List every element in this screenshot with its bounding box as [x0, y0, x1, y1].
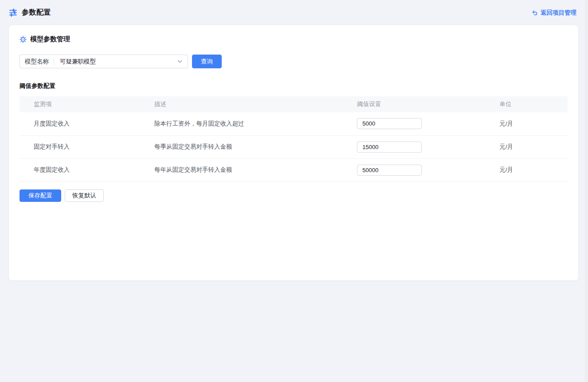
- query-button[interactable]: 查询: [192, 55, 222, 68]
- restore-default-button[interactable]: 恢复默认: [65, 189, 104, 202]
- description-cell: 除本行工资外，每月固定收入超过: [140, 112, 343, 135]
- gear-icon: [20, 36, 27, 43]
- threshold-table-header: 监测项 描述 阈值设置 单位: [20, 96, 568, 112]
- header-threshold-setting: 阈值设置: [343, 96, 485, 112]
- scrollbar-track[interactable]: [585, 0, 588, 382]
- header-monitor-item: 监测项: [20, 96, 140, 112]
- header-unit: 单位: [486, 96, 568, 112]
- back-to-project-link[interactable]: 返回项目管理: [532, 9, 576, 17]
- header-description: 描述: [140, 96, 343, 112]
- model-name-selected-value: 可疑兼职模型: [54, 58, 177, 66]
- page-title: 参数配置: [22, 8, 51, 17]
- threshold-input[interactable]: [357, 118, 422, 129]
- card-title: 模型参数管理: [30, 35, 70, 43]
- unit-cell: 元/月: [486, 135, 568, 158]
- chevron-down-icon: [177, 59, 188, 64]
- threshold-input[interactable]: [357, 165, 422, 176]
- table-row: 年度固定收入 每年从固定交易对手转入金额 元/月: [20, 158, 568, 181]
- unit-cell: 元/月: [486, 158, 568, 181]
- description-cell: 每年从固定交易对手转入金额: [140, 158, 343, 181]
- monitor-item-cell: 月度固定收入: [20, 112, 140, 135]
- threshold-table: 监测项 描述 阈值设置 单位 月度固定收入 除本行工资外，每月固定收入超过 元/…: [20, 96, 568, 182]
- actions-row: 保存配置 恢复默认: [20, 189, 568, 202]
- model-name-label: 模型名称: [20, 58, 54, 66]
- card-title-row: 模型参数管理: [20, 35, 568, 43]
- top-bar-left: 参数配置: [9, 8, 51, 17]
- model-select-row: 模型名称 可疑兼职模型 查询: [20, 55, 568, 68]
- table-header-row: 监测项 描述 阈值设置 单位: [20, 96, 568, 112]
- sliders-icon: [9, 8, 17, 17]
- undo-arrow-icon: [532, 10, 538, 16]
- model-name-select[interactable]: 模型名称 可疑兼职模型: [20, 55, 188, 68]
- monitor-item-cell: 年度固定收入: [20, 158, 140, 181]
- threshold-table-body: 月度固定收入 除本行工资外，每月固定收入超过 元/月 固定对手转入 每季从固定交…: [20, 112, 568, 181]
- threshold-section-title: 阈值参数配置: [20, 82, 568, 90]
- threshold-input[interactable]: [357, 142, 422, 153]
- model-parameter-card: 模型参数管理 模型名称 可疑兼职模型 查询 阈值参数配置 监测项 描述 阈值设置: [9, 25, 578, 280]
- description-cell: 每季从固定交易对手转入金额: [140, 135, 343, 158]
- unit-cell: 元/月: [486, 112, 568, 135]
- back-link-label: 返回项目管理: [541, 9, 576, 17]
- top-bar: 参数配置 返回项目管理: [0, 0, 588, 25]
- table-row: 月度固定收入 除本行工资外，每月固定收入超过 元/月: [20, 112, 568, 135]
- table-row: 固定对手转入 每季从固定交易对手转入金额 元/月: [20, 135, 568, 158]
- monitor-item-cell: 固定对手转入: [20, 135, 140, 158]
- save-config-button[interactable]: 保存配置: [20, 189, 61, 202]
